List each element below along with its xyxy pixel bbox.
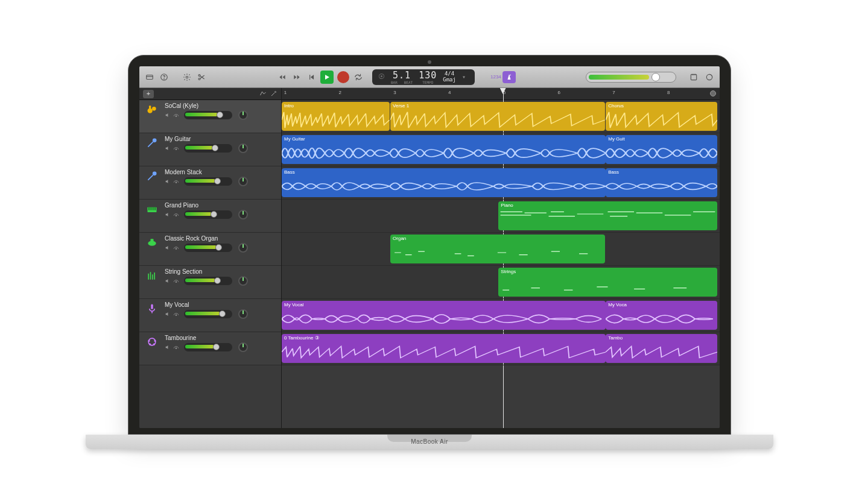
- timeline-panel[interactable]: 12345678 Intro Verse 1 Chorus: [282, 88, 720, 428]
- go-to-start-button[interactable]: [306, 72, 317, 83]
- track-mute-solo[interactable]: [165, 344, 179, 350]
- settings-icon[interactable]: [182, 72, 192, 83]
- region-drums-chorus[interactable]: Chorus: [606, 102, 717, 131]
- track-pan-knob[interactable]: [238, 143, 248, 153]
- laptop-base: MacBook Air: [86, 435, 773, 449]
- track-name: Modern Stack: [165, 169, 276, 175]
- library-button[interactable]: [144, 72, 155, 83]
- region-piano[interactable]: Piano: [498, 201, 717, 230]
- region-drums-verse[interactable]: Verse 1: [390, 102, 605, 131]
- track-header[interactable]: SoCal (Kyle): [139, 100, 281, 133]
- ruler-tick: 8: [667, 90, 670, 95]
- ruler-tick: 3: [393, 90, 396, 95]
- cycle-button[interactable]: [353, 72, 364, 83]
- region-vocal-b[interactable]: My Voca: [606, 301, 717, 330]
- workspace: + SoCal (Kyle)My GuitarModern StackGrand…: [139, 88, 720, 428]
- track-header[interactable]: String Section: [139, 266, 281, 299]
- svg-point-9: [148, 109, 153, 113]
- device-label: MacBook Air: [411, 438, 448, 445]
- help-button[interactable]: [159, 72, 170, 83]
- lane-bass[interactable]: Bass Bass: [282, 166, 720, 200]
- track-header[interactable]: My Vocal: [139, 299, 281, 332]
- track-volume-slider[interactable]: [184, 177, 232, 186]
- play-button[interactable]: [320, 71, 334, 84]
- track-mute-solo[interactable]: [165, 212, 179, 218]
- notepad-button[interactable]: [688, 72, 699, 83]
- lcd-tempo: 130: [419, 70, 437, 81]
- lane-guitar[interactable]: My Guitar My Guit: [282, 133, 720, 166]
- track-pan-knob[interactable]: [238, 342, 248, 352]
- track-instrument-icon: [144, 301, 160, 330]
- region-guitar-a[interactable]: My Guitar: [282, 135, 606, 164]
- laptop-mock: ⦿ 5.1 BAR BEAT 130 TEMPO 4/4 Gmaj: [128, 55, 731, 449]
- svg-rect-19: [151, 207, 152, 210]
- track-volume-slider[interactable]: [184, 244, 232, 252]
- automation-icon[interactable]: [259, 89, 267, 99]
- svg-point-31: [148, 341, 150, 342]
- loop-browser-button[interactable]: [704, 72, 715, 83]
- svg-point-15: [153, 172, 156, 175]
- lane-organ[interactable]: Organ: [282, 233, 720, 266]
- ruler-tick: 6: [557, 90, 560, 95]
- screen-bezel: ⦿ 5.1 BAR BEAT 130 TEMPO 4/4 Gmaj: [128, 55, 731, 435]
- track-volume-slider[interactable]: [184, 343, 232, 351]
- lane-piano[interactable]: Piano: [282, 200, 720, 233]
- track-volume-slider[interactable]: [184, 277, 232, 285]
- drumstick-icon[interactable]: [270, 89, 277, 99]
- track-volume-slider[interactable]: [184, 111, 232, 119]
- track-volume-slider[interactable]: [184, 144, 232, 153]
- master-volume-knob[interactable]: [651, 73, 660, 81]
- track-pan-knob[interactable]: [238, 177, 248, 186]
- forward-button[interactable]: [291, 72, 302, 83]
- ruler[interactable]: 12345678: [282, 88, 720, 100]
- svg-point-29: [176, 315, 177, 316]
- track-pan-knob[interactable]: [238, 309, 248, 319]
- track-pan-knob[interactable]: [238, 276, 248, 286]
- lane-tambourine[interactable]: 0 Tambourine ③ Tambo: [282, 332, 720, 365]
- rewind-button[interactable]: [277, 72, 288, 83]
- region-strings[interactable]: Strings: [498, 268, 717, 297]
- record-button[interactable]: [337, 71, 349, 83]
- track-header[interactable]: Modern Stack: [139, 166, 281, 200]
- region-bass-b[interactable]: Bass: [606, 168, 717, 197]
- svg-point-13: [153, 139, 156, 142]
- track-mute-solo[interactable]: [165, 245, 179, 251]
- count-in[interactable]: 1234: [490, 71, 516, 83]
- track-pan-knob[interactable]: [238, 243, 248, 253]
- svg-point-16: [176, 182, 177, 183]
- track-mute-solo[interactable]: [165, 178, 179, 184]
- end-marker[interactable]: [710, 90, 716, 96]
- track-volume-slider[interactable]: [184, 310, 232, 318]
- track-header[interactable]: Classic Rock Organ: [139, 233, 281, 266]
- lcd-display[interactable]: ⦿ 5.1 BAR BEAT 130 TEMPO 4/4 Gmaj: [372, 69, 475, 85]
- region-vocal-a[interactable]: My Vocal: [282, 301, 606, 330]
- track-mute-solo[interactable]: [165, 145, 179, 151]
- svg-rect-18: [148, 207, 150, 210]
- lane-vocal[interactable]: My Vocal My Voca: [282, 299, 720, 332]
- track-mute-solo[interactable]: [165, 112, 179, 118]
- add-track-button[interactable]: +: [143, 90, 154, 98]
- metronome-icon[interactable]: [502, 71, 516, 83]
- track-header[interactable]: My Guitar: [139, 133, 281, 166]
- track-pan-knob[interactable]: [238, 210, 248, 219]
- lane-drums[interactable]: Intro Verse 1 Chorus: [282, 100, 720, 133]
- region-bass-a[interactable]: Bass: [282, 168, 606, 197]
- region-drums-intro[interactable]: Intro: [282, 102, 390, 131]
- track-volume-slider[interactable]: [184, 210, 232, 219]
- track-mute-solo[interactable]: [165, 278, 179, 284]
- master-volume-slider[interactable]: [586, 72, 676, 83]
- lane-strings[interactable]: Strings: [282, 266, 720, 299]
- ruler-tick: 1: [284, 90, 287, 95]
- svg-point-34: [154, 344, 155, 345]
- track-header[interactable]: Grand Piano: [139, 200, 281, 233]
- region-guitar-b[interactable]: My Guit: [606, 135, 717, 164]
- track-header[interactable]: Tambourine: [139, 332, 281, 365]
- track-mute-solo[interactable]: [165, 311, 179, 317]
- region-tamb-a[interactable]: 0 Tambourine ③: [282, 334, 606, 363]
- svg-rect-20: [153, 207, 154, 210]
- lcd-beat: 1: [405, 70, 411, 81]
- scissors-icon[interactable]: [196, 72, 207, 83]
- region-organ[interactable]: Organ: [390, 235, 605, 263]
- track-pan-knob[interactable]: [238, 110, 248, 120]
- region-tamb-b[interactable]: Tambo: [606, 334, 717, 363]
